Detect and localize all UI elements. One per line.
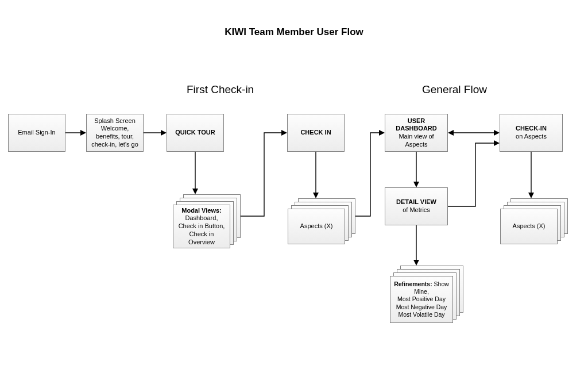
box-checkin-aspects: CHECK-IN on Aspects bbox=[500, 114, 563, 152]
box-user-dashboard: USER DASHBOARD Main view of Aspects bbox=[385, 114, 448, 152]
svg-marker-15 bbox=[494, 140, 500, 146]
connectors bbox=[0, 0, 588, 392]
section-heading-general-flow: General Flow bbox=[422, 83, 487, 96]
box-label: DETAIL VIEW of Metrics bbox=[396, 198, 436, 214]
box-refinements: Refinements: Show Mine, Most Positive Da… bbox=[390, 276, 453, 323]
box-modal-views: Modal Views: Dashboard, Check in Button,… bbox=[173, 205, 230, 248]
svg-marker-9 bbox=[379, 130, 385, 136]
box-label: Aspects (X) bbox=[513, 222, 546, 230]
box-check-in: CHECK IN bbox=[287, 114, 345, 152]
section-heading-first-checkin: First Check-in bbox=[187, 83, 254, 96]
svg-marker-5 bbox=[192, 189, 198, 194]
box-label: Splash Screen Welcome, benefits, tour, c… bbox=[89, 117, 141, 149]
diagram-title: KIWI Team Member User Flow bbox=[0, 26, 588, 38]
svg-marker-1 bbox=[80, 130, 86, 136]
box-email-signin: Email Sign-In bbox=[8, 114, 65, 152]
box-label: Refinements: Show Mine, Most Positive Da… bbox=[393, 280, 450, 318]
box-detail-view: DETAIL VIEW of Metrics bbox=[385, 187, 448, 225]
svg-marker-3 bbox=[161, 130, 167, 136]
svg-marker-12 bbox=[494, 130, 500, 136]
svg-marker-17 bbox=[413, 260, 419, 266]
box-quick-tour: QUICK TOUR bbox=[167, 114, 224, 152]
box-label: USER DASHBOARD Main view of Aspects bbox=[388, 117, 445, 149]
box-label: Aspects (X) bbox=[300, 222, 333, 230]
svg-marker-19 bbox=[528, 193, 534, 198]
box-label: Modal Views: Dashboard, Check in Button,… bbox=[176, 207, 227, 247]
box-aspects-x-2: Aspects (X) bbox=[500, 209, 558, 244]
box-label: CHECK IN bbox=[300, 129, 331, 137]
svg-marker-11 bbox=[448, 130, 454, 136]
box-aspects-x-1: Aspects (X) bbox=[288, 209, 345, 244]
box-label: Email Sign-In bbox=[18, 129, 55, 137]
box-splash-screen: Splash Screen Welcome, benefits, tour, c… bbox=[86, 114, 144, 152]
svg-marker-6 bbox=[281, 130, 287, 136]
svg-marker-14 bbox=[413, 182, 419, 187]
svg-marker-8 bbox=[313, 193, 319, 198]
box-label: CHECK-IN on Aspects bbox=[516, 125, 547, 141]
box-label: QUICK TOUR bbox=[175, 129, 215, 137]
